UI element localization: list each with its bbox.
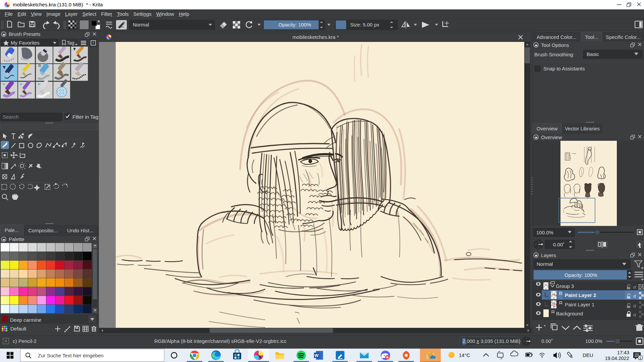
svg-text:Snap to Assistants: Snap to Assistants: [543, 66, 585, 71]
svg-text:c) Pencil-2: c) Pencil-2: [13, 338, 37, 344]
svg-text:Paint Layer 1: Paint Layer 1: [565, 302, 594, 307]
svg-text:α: α: [633, 303, 636, 308]
svg-text:Search: Search: [3, 114, 19, 120]
svg-text:Opacity: 100%: Opacity: 100%: [565, 272, 597, 278]
svg-text:α: α: [633, 312, 636, 317]
svg-text:19.04.2022: 19.04.2022: [605, 356, 629, 361]
svg-text:Tag: Tag: [67, 40, 74, 46]
svg-text:Brush Presets: Brush Presets: [9, 31, 40, 37]
svg-text:W: W: [315, 353, 319, 358]
svg-text:2,000 x 3,035 (131.0 MiB): 2,000 x 3,035 (131.0 MiB): [463, 338, 521, 344]
svg-text:0.00˚: 0.00˚: [553, 242, 565, 247]
svg-text:0.00˚: 0.00˚: [541, 338, 553, 344]
svg-text:17:43: 17:43: [617, 350, 629, 355]
svg-text:Layers: Layers: [541, 252, 556, 258]
svg-text:Normal: Normal: [537, 261, 553, 267]
svg-text:Palette: Palette: [9, 236, 24, 242]
svg-text:100.0%: 100.0%: [585, 338, 602, 344]
svg-text:α: α: [633, 293, 636, 299]
svg-text:Opacity: 100%: Opacity: 100%: [278, 22, 311, 27]
svg-text:Tool Options: Tool Options: [541, 42, 569, 48]
svg-text:Paint Layer 2: Paint Layer 2: [565, 292, 596, 298]
svg-text:Basic: Basic: [587, 51, 599, 57]
svg-text:Filter in Tag: Filter in Tag: [72, 114, 98, 120]
svg-text:RGB/Alpha (8-bit integer/chann: RGB/Alpha (8-bit integer/channel) sRGB-e…: [154, 338, 287, 344]
svg-text:Group 3: Group 3: [556, 283, 574, 289]
svg-text:Background: Background: [556, 311, 583, 316]
svg-text:Default: Default: [10, 326, 26, 331]
svg-text:My Favorites: My Favorites: [11, 40, 40, 46]
svg-text:100.0%: 100.0%: [536, 230, 553, 235]
svg-text:Normal: Normal: [133, 22, 149, 27]
svg-text:Overview: Overview: [541, 134, 562, 140]
svg-text:1: 1: [639, 356, 641, 360]
svg-text:Brush Smoothing:: Brush Smoothing:: [534, 52, 574, 57]
svg-text:14°C: 14°C: [459, 352, 470, 358]
svg-text:DEU: DEU: [583, 352, 593, 358]
svg-text:Deep carmine: Deep carmine: [10, 317, 41, 323]
svg-text:Size: 5.00 px: Size: 5.00 px: [350, 22, 379, 27]
svg-text:α: α: [633, 284, 636, 290]
